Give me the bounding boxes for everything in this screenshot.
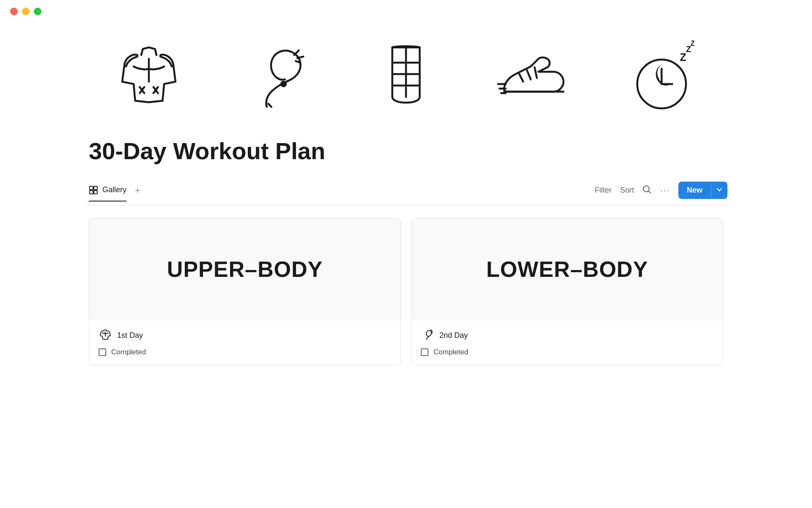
svg-line-33 [431,331,433,332]
day-icon-lower-body [421,329,434,342]
card-body-upper-body: 1st Day Completed [89,320,401,365]
new-button-group: New [678,182,727,199]
svg-line-34 [431,333,432,333]
gallery-tab-icon [89,185,98,195]
toolbar: Gallery + Filter Sort ··· [85,182,727,205]
more-button[interactable]: ··· [660,185,670,195]
completed-checkbox-2[interactable] [421,348,428,356]
card-upper-body[interactable]: UPPER–BODY 1st Day [89,218,401,365]
shoulder-icon [235,36,320,120]
svg-text:Z: Z [680,51,686,63]
day-icon-upper-body [99,329,112,342]
traffic-lights [10,8,41,15]
app-window: Z Z Z 30-Day Workout Plan Gal [0,0,812,508]
running-icon [492,36,577,120]
new-chevron-button[interactable] [711,182,727,198]
toolbar-left: Gallery + [89,185,142,202]
add-view-button[interactable]: + [133,185,142,202]
card-image-title-upper-body: UPPER–BODY [167,257,323,282]
svg-rect-24 [94,186,97,190]
card-lower-body[interactable]: LOWER–BODY 2nd Day [411,218,723,365]
new-button[interactable]: New [678,182,711,199]
completed-label-2: Completed [433,348,468,356]
search-icon [642,185,652,194]
card-checkbox-row-1: Completed [99,348,391,356]
svg-line-31 [105,333,108,334]
filter-button[interactable]: Filter [595,186,612,195]
gallery-tab-label: Gallery [102,185,126,194]
title-bar [0,0,812,23]
card-day-row-1: 1st Day [99,329,391,342]
svg-line-30 [102,333,105,334]
toolbar-right: Filter Sort ··· New [595,182,727,205]
svg-line-8 [268,104,271,107]
gallery-grid: UPPER–BODY 1st Day [85,218,727,365]
close-button[interactable] [10,8,18,15]
abs-icon [364,36,448,120]
svg-line-32 [431,330,432,331]
completed-checkbox-1[interactable] [99,348,106,356]
search-button[interactable] [642,185,652,196]
card-image-lower-body: LOWER–BODY [411,218,723,320]
card-day-label-1: 1st Day [117,331,143,340]
svg-text:Z: Z [691,40,695,47]
card-image-title-lower-body: LOWER–BODY [486,257,648,282]
gallery-tab[interactable]: Gallery [89,185,126,202]
svg-rect-23 [90,186,93,190]
completed-label-1: Completed [111,348,146,356]
svg-line-28 [648,191,651,193]
svg-rect-26 [94,190,97,194]
sleep-icon: Z Z Z [621,36,705,120]
svg-rect-25 [90,190,93,194]
card-image-upper-body: UPPER–BODY [89,218,401,320]
card-day-label-2: 2nd Day [439,331,468,340]
icons-row: Z Z Z [85,23,727,137]
chevron-down-icon [716,187,722,193]
page-title: 30-Day Workout Plan [85,137,727,165]
upper-body-icon [107,36,191,120]
main-content: Z Z Z 30-Day Workout Plan Gal [0,23,812,365]
card-checkbox-row-2: Completed [421,348,713,356]
card-body-lower-body: 2nd Day Completed [411,320,723,365]
minimize-button[interactable] [22,8,30,15]
card-day-row-2: 2nd Day [421,329,713,342]
maximize-button[interactable] [34,8,41,15]
svg-point-27 [643,186,649,192]
svg-point-9 [281,82,286,86]
sort-button[interactable]: Sort [620,186,634,195]
